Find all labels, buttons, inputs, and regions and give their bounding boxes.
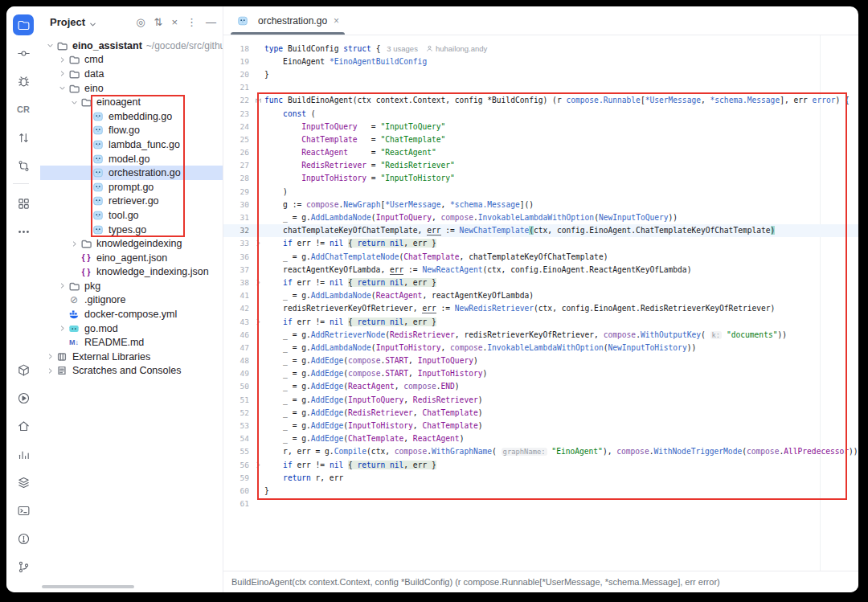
line-number: 47 (223, 343, 252, 352)
chevron-open-icon[interactable] (69, 99, 80, 106)
code-text: ) (264, 187, 288, 196)
tree-item-einoagent[interactable]: einoagent (40, 95, 223, 109)
tree-item-flow-go[interactable]: flow.go (40, 124, 223, 138)
tree-item-external-libraries[interactable]: External Libraries (40, 350, 223, 364)
horizontal-scrollbar[interactable] (42, 585, 134, 588)
project-icon[interactable] (13, 14, 34, 35)
tree-item-scratches-and-consoles[interactable]: Scratches and Consoles (40, 364, 223, 379)
code-text: chatTemplateKeyOfChatTemplate, err := Ne… (264, 226, 775, 235)
line-number: 25 (223, 135, 252, 144)
project-panel-title[interactable]: Project (50, 16, 85, 28)
close-icon[interactable]: × (334, 15, 339, 27)
fold-indicator-icon[interactable] (252, 279, 264, 286)
tree-item-label: einoagent (96, 96, 141, 108)
tree-item-model-go[interactable]: model.go (40, 152, 223, 166)
tree-item-orchestration-go[interactable]: orchestration.go (40, 166, 223, 180)
tree-item-eino-assistant[interactable]: eino_assistant~/gocode/src/github.com/cl (40, 39, 223, 53)
line-number: 33 (223, 239, 252, 248)
branch-compare-icon[interactable] (13, 155, 34, 176)
tab-orchestration-go[interactable]: orchestration.go × (228, 6, 347, 35)
tree-item-label: model.go (108, 154, 149, 165)
chevron-open-icon[interactable] (45, 42, 55, 49)
database-icon[interactable] (13, 472, 34, 493)
line-number: 19 (223, 57, 252, 66)
tree-item-tool-go[interactable]: tool.go (40, 208, 223, 223)
fold-indicator-icon[interactable] (252, 240, 264, 247)
code-text: } (264, 486, 269, 495)
hide-icon[interactable]: — (206, 17, 216, 27)
code-line-49: 49 _ = g.AddEdge(compose.START, InputToH… (223, 367, 858, 380)
expand-icon[interactable]: ⇅ (154, 17, 163, 27)
tree-item-types-go[interactable]: types.go (40, 223, 223, 237)
tree-item-pkg[interactable]: pkg (40, 279, 223, 293)
code-line-25: 25 ChatTemplate = "ChatTemplate" (223, 133, 858, 145)
code-line-33: 33 if err != nil { return nil, err } (223, 237, 858, 250)
fold-indicator-icon[interactable] (252, 318, 264, 326)
tree-item-label: eino (84, 83, 104, 94)
gofile-icon (92, 195, 104, 207)
pull-requests-icon[interactable] (13, 127, 34, 148)
chevron-closed-icon[interactable] (69, 240, 80, 248)
code-line-31: 31 _ = g.AddLambdaNode(InputToQuery, com… (223, 211, 858, 223)
tree-item-knowledgeindexing[interactable]: knowledgeindexing (40, 236, 223, 251)
tree-item-docker-compose-yml[interactable]: docker-compose.yml (40, 307, 223, 321)
tree-item-readme-md[interactable]: M↓README.md (40, 335, 223, 350)
chevron-open-icon[interactable] (57, 84, 68, 92)
code-text: _ = g.AddEdge(ReactAgent, compose.END) (264, 382, 460, 391)
gofile-icon (92, 110, 104, 122)
scratch-icon (55, 365, 68, 377)
terminal-icon[interactable] (13, 500, 34, 521)
problems-icon[interactable] (13, 528, 34, 549)
more-icon[interactable] (13, 221, 34, 242)
more-options-icon[interactable]: ⋮ (186, 17, 197, 27)
code-text: func BuildEinoAgent(ctx context.Context,… (264, 96, 850, 104)
code-line-43: 43 if err != nil { return nil, err } (223, 315, 858, 328)
packages-icon[interactable] (13, 359, 34, 380)
tree-item-data[interactable]: data (40, 67, 223, 81)
code-line-27: 27 RedisRetriever = "RedisRetriever" (223, 159, 858, 172)
chevron-closed-icon[interactable] (45, 367, 55, 375)
chevron-closed-icon[interactable] (57, 56, 68, 63)
structure-icon[interactable] (13, 193, 34, 214)
line-number: 30 (223, 200, 252, 209)
tree-item-eino-agent-json[interactable]: { }eino_agent.json (40, 251, 223, 265)
tree-item-lambda-func-go[interactable]: lambda_func.go (40, 137, 223, 152)
chevron-closed-icon[interactable] (57, 70, 68, 77)
commit-icon[interactable] (13, 43, 34, 63)
collapse-all-icon[interactable]: × (171, 17, 178, 27)
tree-item-label: cmd (84, 54, 104, 65)
tree-item-prompt-go[interactable]: prompt.go (40, 180, 223, 195)
tree-item-label: data (84, 68, 104, 80)
code-line-23: 23 const ( (223, 107, 858, 120)
code-text: _ = g.AddLambdaNode(InputToQuery, compos… (264, 213, 678, 222)
tree-item-retriever-go[interactable]: retriever.go (40, 195, 223, 209)
code-line-32: 32 chatTemplateKeyOfChatTemplate, err :=… (223, 224, 858, 237)
code-text: _ = g.AddEdge(ChatTemplate, ReactAgent) (264, 434, 464, 443)
version-control-icon[interactable] (13, 556, 34, 577)
chevron-closed-icon[interactable] (45, 353, 55, 360)
fold-indicator-icon[interactable] (252, 461, 264, 469)
tree-item-embedding-go[interactable]: embedding.go (40, 109, 223, 124)
tree-item-cmd[interactable]: cmd (40, 53, 223, 68)
tree-item--gitignore[interactable]: ⊘.gitignore (40, 293, 223, 308)
debug-icon[interactable] (13, 71, 34, 92)
tree-item-go-mod[interactable]: go.mod (40, 321, 223, 336)
profiler-icon[interactable] (13, 444, 34, 465)
locate-icon[interactable]: ◎ (136, 17, 145, 27)
code-text: _ = g.AddEdge(InputToHistory, ChatTempla… (264, 421, 483, 430)
tree-item-knowledge-indexing-json[interactable]: { }knowledge_indexing.json (40, 265, 223, 280)
code-line-42: 42 redisRetrieverKeyOfRetriever, err := … (223, 302, 858, 315)
line-number: 21 (223, 83, 252, 92)
deployment-icon[interactable] (13, 416, 34, 436)
gutter-marker-icon[interactable] (252, 96, 264, 104)
line-number: 29 (223, 187, 252, 196)
chevron-closed-icon[interactable] (57, 325, 68, 332)
chevron-down-icon[interactable] (88, 18, 97, 27)
code-view[interactable]: 18type BuildConfig struct { 3 usageshuha… (223, 35, 858, 571)
run-icon[interactable] (13, 387, 34, 408)
tree-item-eino[interactable]: eino (40, 81, 223, 96)
editor-area: orchestration.go × 18type BuildConfig st… (223, 6, 858, 592)
chevron-closed-icon[interactable] (57, 282, 68, 289)
code-review-icon[interactable]: CR (13, 99, 34, 120)
code-line-56: 56 if err != nil { return nil, err } (223, 458, 858, 471)
